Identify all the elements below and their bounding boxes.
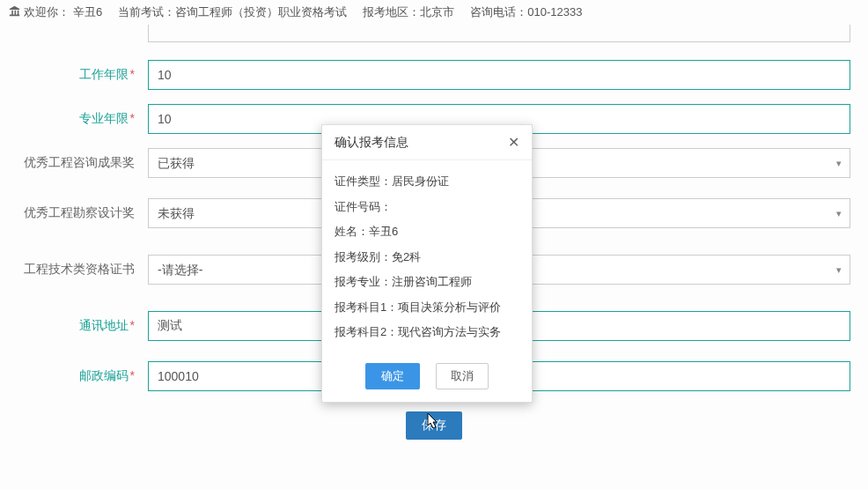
welcome-prefix: 欢迎你： [24,4,70,20]
form-row-stub [9,25,859,53]
info-val-name: 辛丑6 [369,225,398,238]
info-label-subj1: 报考科目1： [335,300,398,314]
work-years-input[interactable] [148,60,850,90]
modal-body: 证件类型：居民身份证 证件号码： 姓名：辛丑6 报考级别：免2科 报考专业：注册… [322,160,532,356]
region: 报考地区：北京市 [363,4,454,20]
label-address: 通讯地址* [9,318,148,334]
close-icon[interactable]: ✕ [508,134,519,151]
info-val-major: 注册咨询工程师 [392,275,472,288]
contact-phone: 咨询电话：010-12333 [470,4,582,20]
username: 辛丑6 [73,4,102,20]
institution-icon [9,5,20,19]
label-award1: 优秀工程咨询成果奖 [9,155,148,171]
welcome-text: 欢迎你： 辛丑6 [9,4,102,20]
header-bar: 欢迎你： 辛丑6 当前考试：咨询工程师（投资）职业资格考试 报考地区：北京市 咨… [0,0,868,25]
info-val-level: 免2科 [392,250,421,263]
save-button[interactable]: 保存 [406,411,462,440]
cancel-button[interactable]: 取消 [436,363,489,389]
modal-footer: 确定 取消 [322,356,532,402]
info-label-name: 姓名： [335,225,369,238]
label-award2: 优秀工程勘察设计奖 [9,205,148,221]
info-label-subj2: 报考科目2： [335,325,398,338]
form-row-work-years: 工作年限* [9,53,859,97]
save-row: 保存 [9,398,859,440]
current-exam: 当前考试：咨询工程师（投资）职业资格考试 [118,4,347,20]
info-val-subj2: 现代咨询方法与实务 [398,325,501,338]
label-cert: 工程技术类资格证书 [9,262,148,278]
modal-title: 确认报考信息 [335,135,408,151]
info-label-major: 报考专业： [335,275,392,288]
info-val-subj1: 项目决策分析与评价 [398,300,501,314]
modal-header: 确认报考信息 ✕ [322,125,532,160]
info-label-level: 报考级别： [335,250,392,263]
info-label-id-no: 证件号码： [335,200,392,213]
label-prof-years: 专业年限* [9,111,148,127]
info-label-id-type: 证件类型： [335,174,392,188]
stub-field[interactable] [148,25,850,42]
info-val-id-type: 居民身份证 [392,174,449,188]
label-work-years: 工作年限* [9,67,148,83]
confirm-button[interactable]: 确定 [365,363,420,389]
label-postcode: 邮政编码* [9,368,148,384]
confirm-modal: 确认报考信息 ✕ 证件类型：居民身份证 证件号码： 姓名：辛丑6 报考级别：免2… [321,124,533,403]
